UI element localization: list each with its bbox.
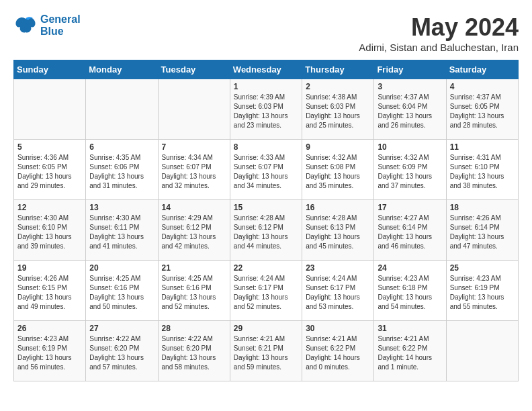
calendar-cell (158, 79, 230, 140)
day-number: 12 (17, 203, 82, 212)
day-number: 6 (89, 142, 154, 152)
calendar-cell: 3Sunrise: 4:37 AM Sunset: 6:04 PM Daylig… (374, 79, 446, 140)
calendar-cell: 24Sunrise: 4:23 AM Sunset: 6:18 PM Dayli… (374, 261, 446, 321)
header: General Blue May 2024 Adimi, Sistan and … (13, 13, 519, 53)
day-info: Sunrise: 4:21 AM Sunset: 6:22 PM Dayligh… (306, 334, 370, 372)
day-info: Sunrise: 4:28 AM Sunset: 6:12 PM Dayligh… (234, 214, 298, 251)
day-info: Sunrise: 4:31 AM Sunset: 6:10 PM Dayligh… (450, 153, 515, 191)
day-number: 9 (306, 142, 370, 152)
day-info: Sunrise: 4:39 AM Sunset: 6:03 PM Dayligh… (234, 93, 298, 130)
calendar-cell: 17Sunrise: 4:27 AM Sunset: 6:14 PM Dayli… (374, 200, 446, 261)
calendar-cell: 26Sunrise: 4:23 AM Sunset: 6:19 PM Dayli… (14, 321, 86, 381)
day-number: 30 (306, 324, 370, 333)
calendar-week-row: 26Sunrise: 4:23 AM Sunset: 6:19 PM Dayli… (14, 321, 519, 381)
logo-text: General Blue (40, 13, 81, 38)
day-number: 5 (17, 142, 82, 152)
day-info: Sunrise: 4:21 AM Sunset: 6:21 PM Dayligh… (234, 334, 298, 372)
day-number: 23 (306, 263, 370, 273)
day-info: Sunrise: 4:37 AM Sunset: 6:05 PM Dayligh… (450, 93, 515, 130)
calendar-cell: 10Sunrise: 4:32 AM Sunset: 6:09 PM Dayli… (374, 140, 446, 200)
calendar-cell: 11Sunrise: 4:31 AM Sunset: 6:10 PM Dayli… (446, 140, 518, 200)
day-number: 26 (17, 324, 82, 333)
day-info: Sunrise: 4:23 AM Sunset: 6:19 PM Dayligh… (17, 334, 82, 372)
day-number: 25 (450, 263, 515, 273)
calendar-cell: 4Sunrise: 4:37 AM Sunset: 6:05 PM Daylig… (446, 79, 518, 140)
calendar-cell: 6Sunrise: 4:35 AM Sunset: 6:06 PM Daylig… (86, 140, 158, 200)
calendar-cell: 19Sunrise: 4:26 AM Sunset: 6:15 PM Dayli… (14, 261, 86, 321)
calendar-header-cell: Saturday (446, 60, 518, 79)
day-info: Sunrise: 4:37 AM Sunset: 6:04 PM Dayligh… (378, 93, 442, 130)
calendar-cell: 27Sunrise: 4:22 AM Sunset: 6:20 PM Dayli… (86, 321, 158, 381)
calendar-cell: 2Sunrise: 4:38 AM Sunset: 6:03 PM Daylig… (302, 79, 374, 140)
calendar-cell: 9Sunrise: 4:32 AM Sunset: 6:08 PM Daylig… (302, 140, 374, 200)
calendar-cell: 18Sunrise: 4:26 AM Sunset: 6:14 PM Dayli… (446, 200, 518, 261)
day-number: 16 (306, 203, 370, 212)
day-info: Sunrise: 4:24 AM Sunset: 6:17 PM Dayligh… (306, 274, 370, 312)
calendar-cell: 1Sunrise: 4:39 AM Sunset: 6:03 PM Daylig… (230, 79, 302, 140)
day-number: 8 (234, 142, 298, 152)
day-info: Sunrise: 4:23 AM Sunset: 6:19 PM Dayligh… (450, 274, 515, 312)
calendar-cell: 31Sunrise: 4:21 AM Sunset: 6:22 PM Dayli… (374, 321, 446, 381)
day-number: 1 (234, 82, 298, 91)
day-number: 18 (450, 203, 515, 212)
day-number: 10 (378, 142, 442, 152)
calendar-header-cell: Tuesday (158, 60, 230, 79)
logo: General Blue (13, 13, 81, 38)
calendar-week-row: 1Sunrise: 4:39 AM Sunset: 6:03 PM Daylig… (14, 79, 519, 140)
day-info: Sunrise: 4:22 AM Sunset: 6:20 PM Dayligh… (89, 334, 154, 372)
day-info: Sunrise: 4:29 AM Sunset: 6:12 PM Dayligh… (162, 214, 226, 251)
calendar-header-row: SundayMondayTuesdayWednesdayThursdayFrid… (14, 60, 519, 79)
calendar-cell: 13Sunrise: 4:30 AM Sunset: 6:11 PM Dayli… (86, 200, 158, 261)
calendar-cell: 15Sunrise: 4:28 AM Sunset: 6:12 PM Dayli… (230, 200, 302, 261)
calendar-cell: 25Sunrise: 4:23 AM Sunset: 6:19 PM Dayli… (446, 261, 518, 321)
calendar-cell: 23Sunrise: 4:24 AM Sunset: 6:17 PM Dayli… (302, 261, 374, 321)
calendar-header-cell: Friday (374, 60, 446, 79)
day-number: 21 (162, 263, 226, 273)
day-number: 28 (162, 324, 226, 333)
calendar-cell: 14Sunrise: 4:29 AM Sunset: 6:12 PM Dayli… (158, 200, 230, 261)
page-title: May 2024 (359, 13, 519, 42)
day-number: 22 (234, 263, 298, 273)
calendar-cell: 7Sunrise: 4:34 AM Sunset: 6:07 PM Daylig… (158, 140, 230, 200)
calendar-cell: 20Sunrise: 4:25 AM Sunset: 6:16 PM Dayli… (86, 261, 158, 321)
calendar-cell (14, 79, 86, 140)
day-info: Sunrise: 4:30 AM Sunset: 6:10 PM Dayligh… (17, 214, 82, 251)
day-number: 2 (306, 82, 370, 91)
day-info: Sunrise: 4:25 AM Sunset: 6:16 PM Dayligh… (162, 274, 226, 312)
day-info: Sunrise: 4:27 AM Sunset: 6:14 PM Dayligh… (378, 214, 442, 251)
calendar-cell: 12Sunrise: 4:30 AM Sunset: 6:10 PM Dayli… (14, 200, 86, 261)
day-info: Sunrise: 4:24 AM Sunset: 6:17 PM Dayligh… (234, 274, 298, 312)
day-info: Sunrise: 4:22 AM Sunset: 6:20 PM Dayligh… (162, 334, 226, 372)
day-info: Sunrise: 4:33 AM Sunset: 6:07 PM Dayligh… (234, 153, 298, 191)
day-info: Sunrise: 4:30 AM Sunset: 6:11 PM Dayligh… (89, 214, 154, 251)
calendar-body: 1Sunrise: 4:39 AM Sunset: 6:03 PM Daylig… (14, 79, 519, 381)
calendar-table: SundayMondayTuesdayWednesdayThursdayFrid… (13, 60, 519, 381)
calendar-cell: 8Sunrise: 4:33 AM Sunset: 6:07 PM Daylig… (230, 140, 302, 200)
calendar-cell (446, 321, 518, 381)
day-number: 31 (378, 324, 442, 333)
day-info: Sunrise: 4:35 AM Sunset: 6:06 PM Dayligh… (89, 153, 154, 191)
day-info: Sunrise: 4:32 AM Sunset: 6:09 PM Dayligh… (378, 153, 442, 191)
day-number: 27 (89, 324, 154, 333)
calendar-cell: 5Sunrise: 4:36 AM Sunset: 6:05 PM Daylig… (14, 140, 86, 200)
day-info: Sunrise: 4:34 AM Sunset: 6:07 PM Dayligh… (162, 153, 226, 191)
day-number: 3 (378, 82, 442, 91)
day-info: Sunrise: 4:26 AM Sunset: 6:15 PM Dayligh… (17, 274, 82, 312)
day-info: Sunrise: 4:32 AM Sunset: 6:08 PM Dayligh… (306, 153, 370, 191)
calendar-week-row: 5Sunrise: 4:36 AM Sunset: 6:05 PM Daylig… (14, 140, 519, 200)
day-number: 20 (89, 263, 154, 273)
calendar-cell: 29Sunrise: 4:21 AM Sunset: 6:21 PM Dayli… (230, 321, 302, 381)
calendar-cell (86, 79, 158, 140)
day-info: Sunrise: 4:28 AM Sunset: 6:13 PM Dayligh… (306, 214, 370, 251)
day-number: 24 (378, 263, 442, 273)
calendar-week-row: 12Sunrise: 4:30 AM Sunset: 6:10 PM Dayli… (14, 200, 519, 261)
day-number: 29 (234, 324, 298, 333)
calendar-cell: 21Sunrise: 4:25 AM Sunset: 6:16 PM Dayli… (158, 261, 230, 321)
calendar-cell: 16Sunrise: 4:28 AM Sunset: 6:13 PM Dayli… (302, 200, 374, 261)
day-info: Sunrise: 4:21 AM Sunset: 6:22 PM Dayligh… (378, 334, 442, 372)
day-number: 7 (162, 142, 226, 152)
page-subtitle: Adimi, Sistan and Baluchestan, Iran (359, 42, 519, 53)
logo-icon (13, 13, 38, 38)
day-info: Sunrise: 4:36 AM Sunset: 6:05 PM Dayligh… (17, 153, 82, 191)
calendar-cell: 30Sunrise: 4:21 AM Sunset: 6:22 PM Dayli… (302, 321, 374, 381)
